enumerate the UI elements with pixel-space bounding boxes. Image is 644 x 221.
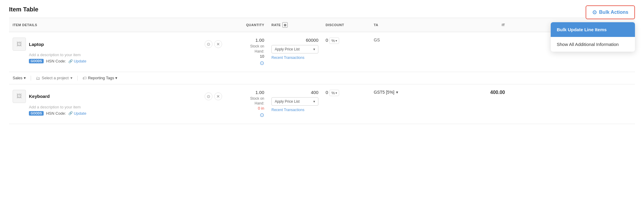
item-edit-icon-keyboard[interactable]: ⊙ bbox=[205, 92, 212, 100]
project-icon: 🗂 bbox=[36, 76, 40, 80]
rate-icon: ⊞ bbox=[282, 22, 288, 28]
project-chevron-icon: ▾ bbox=[70, 76, 73, 80]
item-actions-laptop: ⊙ ✕ bbox=[205, 40, 222, 48]
item-remove-icon-laptop[interactable]: ✕ bbox=[214, 40, 222, 48]
th-amount: IT bbox=[466, 21, 509, 29]
item-tags-laptop: GOODS HSN Code: 🔗 Update bbox=[13, 59, 222, 63]
recent-transactions-laptop[interactable]: Recent Transactions bbox=[271, 55, 318, 60]
item-name-keyboard: Keyboard bbox=[29, 94, 50, 99]
expand-btn-laptop[interactable]: ⊙ bbox=[229, 60, 264, 66]
image-placeholder-icon: 🖼 bbox=[17, 41, 22, 47]
link-icon-laptop: 🔗 bbox=[68, 59, 73, 63]
apply-price-btn-keyboard[interactable]: Apply Price List ▾ bbox=[271, 97, 318, 106]
page-title: Item Table bbox=[9, 6, 635, 13]
discount-value-laptop: 0 bbox=[326, 38, 328, 43]
item-row-main-laptop: 🖼 Laptop ⊙ ✕ Add a description to your i… bbox=[9, 32, 635, 72]
item-header-keyboard: 🖼 Keyboard ⊙ ✕ bbox=[13, 90, 222, 103]
tax-short-laptop: GS bbox=[374, 38, 380, 42]
project-select[interactable]: 🗂 Select a project ▾ bbox=[36, 76, 73, 80]
page-container: Item Table ⊙ Bulk Actions Bulk Update Li… bbox=[0, 0, 644, 221]
sales-chevron-icon: ▾ bbox=[24, 76, 26, 80]
tax-full-keyboard[interactable]: GST5 [5%] ▾ bbox=[374, 90, 463, 95]
th-item-details: ITEM DETAILS bbox=[9, 21, 226, 29]
rate-value-keyboard: 400 bbox=[271, 90, 318, 95]
tag-icon: 🏷 bbox=[82, 76, 87, 80]
stock-label-laptop: Stock onHand: bbox=[229, 44, 264, 54]
update-link-laptop[interactable]: 🔗 Update bbox=[68, 59, 86, 63]
discount-value-keyboard: 0 bbox=[326, 90, 328, 95]
item-remove-icon-keyboard[interactable]: ✕ bbox=[214, 92, 222, 100]
amount-cell-laptop bbox=[466, 35, 509, 40]
amount-cell-keyboard: 400.00 bbox=[466, 87, 509, 98]
item-description-laptop: Add a description to your item bbox=[13, 53, 222, 57]
item-edit-icon-laptop[interactable]: ⊙ bbox=[205, 40, 212, 48]
goods-badge-keyboard: GOODS bbox=[29, 111, 44, 116]
rate-cell-keyboard: 400 Apply Price List ▾ Recent Transactio… bbox=[268, 87, 322, 115]
bulk-actions-dropdown: Bulk Update Line Items Show All Addition… bbox=[551, 22, 635, 52]
divider-2 bbox=[77, 76, 78, 80]
item-row-laptop: 🖼 Laptop ⊙ ✕ Add a description to your i… bbox=[9, 32, 635, 72]
sales-dropdown[interactable]: Sales ▾ bbox=[13, 76, 26, 80]
hsn-label-keyboard: HSN Code: bbox=[46, 111, 66, 116]
th-discount: DISCOUNT bbox=[322, 21, 370, 29]
discount-cell-laptop: 0 % ▾ bbox=[322, 35, 370, 46]
apply-price-btn-laptop[interactable]: Apply Price List ▾ bbox=[271, 45, 318, 53]
update-link-keyboard[interactable]: 🔗 Update bbox=[68, 111, 86, 116]
item-actions-keyboard: ⊙ ✕ bbox=[205, 92, 222, 100]
tax-chevron-keyboard: ▾ bbox=[396, 90, 398, 95]
check-circle-icon: ⊙ bbox=[592, 9, 597, 16]
divider-1 bbox=[31, 76, 31, 80]
goods-badge-laptop: GOODS bbox=[29, 59, 44, 63]
recent-transactions-keyboard[interactable]: Recent Transactions bbox=[271, 107, 318, 113]
dropdown-item-show-additional[interactable]: Show All Additional Information bbox=[551, 37, 635, 52]
item-tags-keyboard: GOODS HSN Code: 🔗 Update bbox=[13, 111, 222, 116]
link-icon-keyboard: 🔗 bbox=[68, 111, 73, 115]
th-rate: RATE ⊞ bbox=[268, 21, 322, 29]
qty-value-laptop: 1.00 bbox=[229, 38, 264, 43]
image-placeholder-icon-keyboard: 🖼 bbox=[17, 93, 22, 99]
dropdown-item-bulk-update[interactable]: Bulk Update Line Items bbox=[551, 22, 635, 37]
tags-chevron-icon: ▾ bbox=[115, 76, 117, 80]
stock-num-keyboard: 0 in bbox=[229, 106, 264, 110]
item-header-laptop: 🖼 Laptop ⊙ ✕ bbox=[13, 38, 222, 51]
item-details-laptop: 🖼 Laptop ⊙ ✕ Add a description to your i… bbox=[9, 35, 226, 66]
discount-pct-laptop[interactable]: % ▾ bbox=[329, 38, 339, 44]
item-table: ITEM DETAILS QUANTITY RATE ⊞ DISCOUNT TA… bbox=[9, 18, 635, 124]
th-tax: TA bbox=[370, 21, 466, 29]
item-name-laptop: Laptop bbox=[29, 42, 44, 47]
item-row-keyboard: 🖼 Keyboard ⊙ ✕ Add a description to your… bbox=[9, 84, 635, 124]
bulk-actions-label: Bulk Actions bbox=[599, 10, 628, 15]
discount-pct-keyboard[interactable]: % ▾ bbox=[329, 90, 339, 96]
discount-chevron-keyboard: ▾ bbox=[336, 91, 337, 95]
stock-info-laptop: Stock onHand: 10 bbox=[229, 44, 264, 59]
table-header: ITEM DETAILS QUANTITY RATE ⊞ DISCOUNT TA… bbox=[9, 18, 635, 32]
discount-cell-keyboard: 0 % ▾ bbox=[322, 87, 370, 98]
expand-btn-keyboard[interactable]: ⊙ bbox=[229, 112, 264, 118]
stock-num-laptop: 10 bbox=[229, 54, 264, 59]
apply-price-chevron-laptop: ▾ bbox=[313, 47, 315, 51]
rate-value-laptop: 60000 bbox=[271, 38, 318, 43]
item-description-keyboard: Add a description to your item bbox=[13, 105, 222, 109]
hsn-label-laptop: HSN Code: bbox=[46, 59, 66, 63]
qty-cell-keyboard: 1.00 Stock onHand: 0 in ⊙ bbox=[226, 87, 268, 121]
th-quantity: QUANTITY bbox=[226, 21, 268, 29]
apply-price-chevron-keyboard: ▾ bbox=[313, 99, 315, 104]
rate-cell-laptop: 60000 Apply Price List ▾ Recent Transact… bbox=[268, 35, 322, 63]
reporting-tags[interactable]: 🏷 Reporting Tags ▾ bbox=[82, 76, 117, 80]
tax-cell-laptop: GS bbox=[370, 35, 466, 45]
bulk-actions-button[interactable]: ⊙ Bulk Actions bbox=[586, 5, 635, 19]
item-image-keyboard: 🖼 bbox=[13, 90, 26, 103]
qty-value-keyboard: 1.00 bbox=[229, 90, 264, 95]
item-image-laptop: 🖼 bbox=[13, 38, 26, 51]
footer-row: Sales ▾ 🗂 Select a project ▾ 🏷 Reporting… bbox=[9, 72, 635, 84]
item-details-keyboard: 🖼 Keyboard ⊙ ✕ Add a description to your… bbox=[9, 87, 226, 118]
item-row-main-keyboard: 🖼 Keyboard ⊙ ✕ Add a description to your… bbox=[9, 84, 635, 124]
tax-cell-keyboard: GST5 [5%] ▾ bbox=[370, 87, 466, 97]
discount-chevron-laptop: ▾ bbox=[336, 39, 337, 42]
qty-cell-laptop: 1.00 Stock onHand: 10 ⊙ bbox=[226, 35, 268, 69]
stock-label-keyboard: Stock onHand: bbox=[229, 96, 264, 106]
stock-info-keyboard: Stock onHand: 0 in bbox=[229, 96, 264, 111]
